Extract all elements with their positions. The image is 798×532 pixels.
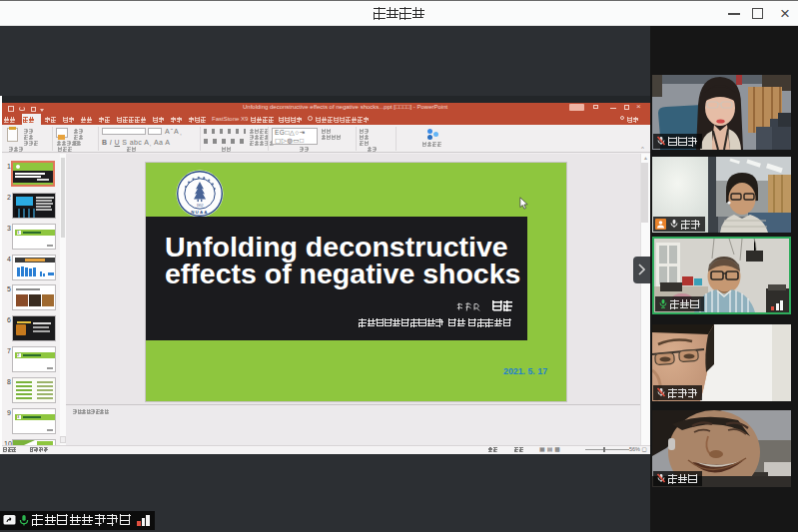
svg-text:1952: 1952	[197, 204, 204, 208]
svg-text:NUAA: NUAA	[191, 210, 208, 215]
